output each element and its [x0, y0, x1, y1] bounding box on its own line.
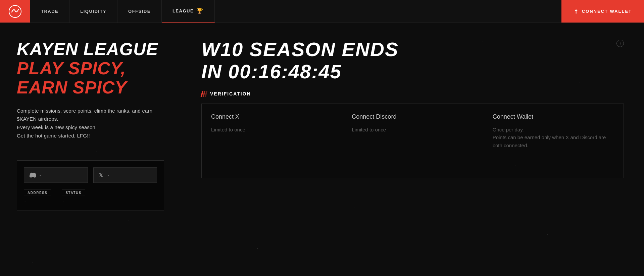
hero-title-sub: PLAY SPICY, EARN SPICY	[17, 59, 164, 97]
connect-wallet-title: Connect Wallet	[493, 113, 614, 120]
status-block: STATUS -	[62, 190, 85, 203]
discord-icon	[30, 172, 36, 179]
user-info-section: - 𝕏 - ADDRESS - STATUS -	[17, 160, 164, 210]
connect-x-desc: Limited to once	[211, 126, 333, 133]
connect-x-title: Connect X	[211, 113, 333, 120]
season-ends-line2: IN 00:16:48:45	[201, 62, 624, 81]
discord-value: -	[40, 172, 41, 178]
connect-discord-card[interactable]: Connect Discord Limited to once	[342, 104, 483, 178]
nav-offside[interactable]: OFFSIDE	[117, 0, 162, 23]
nav-links: TRADE LIQUIDITY OFFSIDE LEAGUE 🏆	[30, 0, 561, 23]
main-container: KAYEN LEAGUE PLAY SPICY, EARN SPICY Comp…	[0, 23, 644, 276]
navbar: TRADE LIQUIDITY OFFSIDE LEAGUE 🏆 ↗ CONNE…	[0, 0, 644, 23]
status-label: STATUS	[62, 190, 85, 196]
connect-x-card[interactable]: Connect X Limited to once	[202, 104, 342, 178]
hero-title-main: KAYEN LEAGUE	[17, 40, 164, 59]
address-block: ADDRESS -	[24, 190, 51, 203]
nav-league[interactable]: LEAGUE 🏆	[162, 0, 215, 23]
social-inputs: - 𝕏 -	[24, 167, 157, 183]
x-icon: 𝕏	[99, 172, 104, 178]
connect-discord-title: Connect Discord	[352, 113, 473, 120]
logo[interactable]	[0, 0, 30, 23]
nav-trade[interactable]: TRADE	[30, 0, 69, 23]
x-value: -	[108, 172, 109, 178]
discord-input[interactable]: -	[24, 167, 88, 183]
x-input[interactable]: 𝕏 -	[93, 167, 157, 183]
league-trophy-icon: 🏆	[196, 8, 204, 14]
verification-label: VERIFICATION	[210, 91, 251, 96]
verification-cards: Connect X Limited to once Connect Discor…	[201, 104, 624, 178]
address-label: ADDRESS	[24, 190, 51, 196]
hero-description: Complete missions, score points, climb t…	[17, 107, 164, 140]
arrow-icon: ↗	[572, 7, 580, 15]
nav-liquidity[interactable]: LIQUIDITY	[69, 0, 117, 23]
connect-wallet-button[interactable]: ↗ CONNECT WALLET	[561, 0, 644, 23]
address-value: -	[24, 198, 51, 203]
verification-header: VERIFICATION	[201, 91, 624, 97]
info-icon[interactable]: i	[616, 40, 624, 47]
address-status-row: ADDRESS - STATUS -	[24, 190, 157, 203]
left-panel: KAYEN LEAGUE PLAY SPICY, EARN SPICY Comp…	[0, 23, 181, 276]
verification-stripes-icon	[201, 91, 208, 97]
verification-section: VERIFICATION Connect X Limited to once C…	[201, 91, 624, 178]
status-value: -	[62, 198, 85, 203]
connect-wallet-desc: Once per day.Points can be earned only w…	[493, 126, 614, 149]
connect-discord-desc: Limited to once	[352, 126, 473, 133]
connect-wallet-card[interactable]: Connect Wallet Once per day.Points can b…	[483, 104, 624, 178]
right-panel: i W10 SEASON ENDS IN 00:16:48:45 VERIFIC…	[181, 23, 644, 276]
season-ends-line1: W10 SEASON ENDS	[201, 40, 624, 59]
